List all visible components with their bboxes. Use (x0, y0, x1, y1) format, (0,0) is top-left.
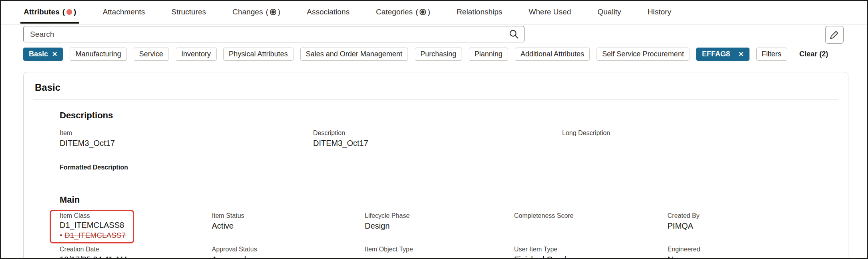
field-user-item-type-label: User Item Type (514, 246, 667, 253)
chip-self-service-procurement[interactable]: Self Service Procurement (597, 48, 689, 61)
descriptions-fields: Item DITEM3_Oct17 Description DITEM3_Oct… (60, 130, 832, 148)
descriptions-heading: Descriptions (60, 110, 832, 121)
chip-service-label: Service (139, 50, 163, 58)
field-engineered-value: No (667, 255, 832, 259)
chip-sales-and-order-management[interactable]: Sales and Order Management (300, 48, 408, 61)
field-formatted-description-label: Formatted Description (60, 164, 832, 171)
chip-planning-label: Planning (474, 50, 502, 58)
chip-sales-and-order-management-label: Sales and Order Management (306, 50, 402, 58)
chip-basic[interactable]: Basic ✕ (23, 48, 63, 61)
tab-attachments-label: Attachments (102, 8, 145, 16)
filter-chips-row: Basic ✕ Manufacturing Service Inventory … (23, 48, 855, 61)
field-item: Item DITEM3_Oct17 (60, 130, 313, 148)
chip-planning[interactable]: Planning (469, 48, 508, 61)
field-completeness-score: Completeness Score (514, 210, 667, 219)
field-item-object-type-label: Item Object Type (365, 246, 514, 253)
field-long-description: Long Description (562, 130, 832, 137)
field-creation-date: Creation Date 10/17/25 04:41 AM (60, 243, 212, 259)
chip-physical-attributes-label: Physical Attributes (229, 50, 288, 58)
search-bar (23, 26, 524, 42)
tab-where-used[interactable]: Where Used (526, 3, 575, 24)
descriptions-section: Descriptions Item DITEM3_Oct17 Descripti… (24, 110, 848, 171)
chip-inventory-label: Inventory (181, 50, 211, 58)
tab-associations[interactable]: Associations (303, 3, 353, 24)
field-description-value: DITEM3_Oct17 (313, 139, 562, 148)
chip-effag8[interactable]: EFFAG8 ✕ (696, 48, 749, 61)
field-approval-status-value: Approved (212, 255, 365, 259)
panel-title: Basic (35, 82, 848, 93)
tab-relationships[interactable]: Relationships (454, 3, 506, 24)
item-class-old-value-text: D1_ITEMCLASS7 (64, 231, 126, 239)
field-lifecycle-phase: Lifecycle Phase Design (365, 210, 514, 231)
tab-relationships-label: Relationships (457, 8, 502, 16)
chip-additional-attributes[interactable]: Additional Attributes (515, 48, 590, 61)
field-description-label: Description (313, 130, 562, 137)
field-creation-date-label: Creation Date (60, 246, 212, 253)
edit-button[interactable] (825, 26, 844, 44)
chip-inventory[interactable]: Inventory (176, 48, 217, 61)
field-created-by-value: PIMQA (667, 221, 832, 231)
tab-categories-label: Categories (376, 8, 413, 16)
close-icon[interactable]: ✕ (52, 51, 57, 58)
main-heading: Main (60, 195, 832, 205)
main-fields-row1: Item Class D1_ITEMCLASS8 • D1_ITEMCLASS7… (60, 210, 832, 243)
chip-purchasing-label: Purchasing (420, 50, 456, 58)
field-engineered-label: Engineered (667, 246, 832, 253)
tab-attachments[interactable]: Attachments (99, 3, 148, 24)
tab-attributes[interactable]: Attributes (20, 3, 79, 24)
field-long-description-label: Long Description (562, 130, 832, 137)
tab-quality[interactable]: Quality (594, 3, 624, 24)
chip-manufacturing-label: Manufacturing (75, 50, 121, 58)
field-lifecycle-phase-value: Design (365, 221, 514, 231)
field-description: Description DITEM3_Oct17 (313, 130, 562, 148)
item-class-old-value: • D1_ITEMCLASS7 (60, 231, 126, 240)
tab-attributes-label: Attributes (24, 8, 60, 16)
tab-quality-label: Quality (597, 8, 621, 16)
clear-filters-button[interactable]: Clear (2) (800, 50, 828, 58)
field-user-item-type-value: Finished Good (514, 255, 667, 259)
field-item-object-type: Item Object Type (365, 243, 514, 253)
field-engineered: Engineered No (667, 243, 832, 259)
chip-effag8-label: EFFAG8 (702, 50, 730, 58)
tab-changes-label: Changes (233, 8, 263, 16)
chip-divider (734, 51, 734, 58)
search-icon[interactable] (509, 29, 519, 39)
main-fields-row2: Creation Date 10/17/25 04:41 AM Approval… (60, 243, 832, 259)
field-creation-date-value: 10/17/25 04:41 AM (60, 255, 212, 259)
field-item-status: Item Status Active (212, 210, 365, 231)
attributes-panel: Basic Descriptions Item DITEM3_Oct17 Des… (23, 72, 848, 259)
field-completeness-score-label: Completeness Score (514, 212, 667, 219)
tab-categories[interactable]: Categories (373, 3, 434, 24)
field-item-value: DITEM3_Oct17 (60, 139, 313, 148)
filters-button[interactable]: Filters (756, 48, 787, 61)
tab-associations-label: Associations (307, 8, 350, 16)
field-approval-status: Approval Status Approved (212, 243, 365, 259)
chip-purchasing[interactable]: Purchasing (415, 48, 462, 61)
bullet-marker: • (60, 231, 62, 239)
field-user-item-type: User Item Type Finished Good (514, 243, 667, 259)
tab-bar: Attributes Attachments Structures Change… (20, 3, 674, 24)
chip-basic-label: Basic (29, 50, 48, 58)
tab-structures-label: Structures (171, 8, 206, 16)
red-dot-icon (62, 8, 76, 16)
panel-divider (33, 100, 838, 100)
chip-service[interactable]: Service (134, 48, 169, 61)
tab-changes[interactable]: Changes (229, 3, 284, 24)
chip-manufacturing[interactable]: Manufacturing (70, 48, 127, 61)
tabbar-divider (1, 24, 867, 25)
item-attributes-screen: Attributes Attachments Structures Change… (0, 0, 868, 259)
chip-self-service-procurement-label: Self Service Procurement (602, 50, 684, 58)
tab-structures[interactable]: Structures (168, 3, 209, 24)
close-icon[interactable]: ✕ (738, 51, 743, 58)
tab-history[interactable]: History (644, 3, 674, 24)
chip-physical-attributes[interactable]: Physical Attributes (223, 48, 293, 61)
target-icon (266, 8, 281, 16)
item-class-annotation-box: Item Class D1_ITEMCLASS8 • D1_ITEMCLASS7 (50, 210, 134, 243)
search-input[interactable] (23, 26, 524, 42)
field-item-class: Item Class D1_ITEMCLASS8 • D1_ITEMCLASS7 (60, 210, 212, 243)
field-item-class-label: Item Class (60, 212, 126, 219)
pencil-icon (829, 30, 840, 40)
filters-button-label: Filters (762, 50, 782, 58)
field-formatted-description: Formatted Description (60, 164, 832, 171)
field-approval-status-label: Approval Status (212, 246, 365, 253)
